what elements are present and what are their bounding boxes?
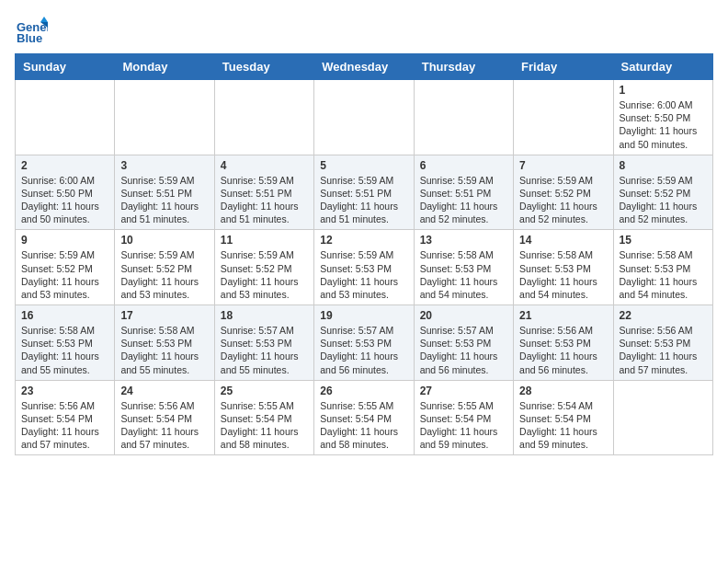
weekday-header-saturday: Saturday bbox=[613, 54, 712, 80]
day-number: 12 bbox=[320, 234, 407, 247]
day-number: 15 bbox=[620, 234, 707, 247]
day-info: Sunrise: 5:59 AM Sunset: 5:53 PM Dayligh… bbox=[320, 248, 407, 301]
day-number: 9 bbox=[21, 234, 108, 247]
weekday-header-thursday: Thursday bbox=[414, 54, 513, 80]
day-number: 8 bbox=[620, 159, 707, 172]
calendar-cell: 26Sunrise: 5:55 AM Sunset: 5:54 PM Dayli… bbox=[314, 380, 414, 455]
day-info: Sunrise: 5:58 AM Sunset: 5:53 PM Dayligh… bbox=[620, 248, 707, 301]
calendar-cell bbox=[414, 80, 513, 155]
day-info: Sunrise: 5:56 AM Sunset: 5:54 PM Dayligh… bbox=[21, 399, 108, 452]
day-info: Sunrise: 5:59 AM Sunset: 5:51 PM Dayligh… bbox=[120, 174, 208, 226]
calendar-cell: 24Sunrise: 5:56 AM Sunset: 5:54 PM Dayli… bbox=[115, 380, 214, 455]
svg-marker-2 bbox=[40, 17, 48, 22]
calendar-cell: 14Sunrise: 5:58 AM Sunset: 5:53 PM Dayli… bbox=[514, 230, 613, 305]
day-info: Sunrise: 5:58 AM Sunset: 5:53 PM Dayligh… bbox=[120, 324, 208, 376]
calendar-cell bbox=[613, 380, 712, 455]
calendar-cell: 10Sunrise: 5:59 AM Sunset: 5:52 PM Dayli… bbox=[115, 230, 214, 305]
logo-icon: General Blue bbox=[15, 15, 48, 48]
day-info: Sunrise: 5:59 AM Sunset: 5:51 PM Dayligh… bbox=[221, 174, 308, 226]
calendar-cell: 6Sunrise: 5:59 AM Sunset: 5:51 PM Daylig… bbox=[414, 155, 513, 230]
day-number: 28 bbox=[519, 385, 607, 397]
day-info: Sunrise: 5:58 AM Sunset: 5:53 PM Dayligh… bbox=[420, 248, 507, 301]
calendar-cell: 22Sunrise: 5:56 AM Sunset: 5:53 PM Dayli… bbox=[613, 305, 712, 381]
day-info: Sunrise: 5:59 AM Sunset: 5:51 PM Dayligh… bbox=[420, 174, 507, 226]
weekday-header-tuesday: Tuesday bbox=[214, 54, 313, 80]
calendar-header-row: SundayMondayTuesdayWednesdayThursdayFrid… bbox=[16, 54, 713, 80]
logo: General Blue bbox=[15, 15, 48, 48]
weekday-header-wednesday: Wednesday bbox=[314, 54, 414, 80]
day-info: Sunrise: 6:00 AM Sunset: 5:50 PM Dayligh… bbox=[21, 174, 108, 226]
weekday-header-friday: Friday bbox=[514, 54, 613, 80]
calendar-cell: 25Sunrise: 5:55 AM Sunset: 5:54 PM Dayli… bbox=[214, 380, 313, 455]
calendar-cell: 1Sunrise: 6:00 AM Sunset: 5:50 PM Daylig… bbox=[613, 80, 712, 155]
day-number: 2 bbox=[21, 159, 108, 172]
day-number: 3 bbox=[120, 159, 208, 172]
calendar-cell: 12Sunrise: 5:59 AM Sunset: 5:53 PM Dayli… bbox=[314, 230, 414, 305]
day-number: 25 bbox=[221, 385, 308, 397]
calendar-week-2: 2Sunrise: 6:00 AM Sunset: 5:50 PM Daylig… bbox=[16, 155, 713, 230]
calendar-cell: 28Sunrise: 5:54 AM Sunset: 5:54 PM Dayli… bbox=[514, 380, 613, 455]
day-info: Sunrise: 5:55 AM Sunset: 5:54 PM Dayligh… bbox=[420, 399, 507, 452]
day-number: 20 bbox=[420, 309, 507, 322]
day-number: 27 bbox=[420, 385, 507, 397]
day-number: 6 bbox=[420, 159, 507, 172]
calendar-cell: 18Sunrise: 5:57 AM Sunset: 5:53 PM Dayli… bbox=[214, 305, 313, 381]
calendar-cell: 4Sunrise: 5:59 AM Sunset: 5:51 PM Daylig… bbox=[214, 155, 313, 230]
calendar-cell: 3Sunrise: 5:59 AM Sunset: 5:51 PM Daylig… bbox=[115, 155, 214, 230]
calendar-week-4: 16Sunrise: 5:58 AM Sunset: 5:53 PM Dayli… bbox=[16, 305, 713, 381]
day-info: Sunrise: 5:59 AM Sunset: 5:51 PM Dayligh… bbox=[320, 174, 407, 226]
calendar-cell: 13Sunrise: 5:58 AM Sunset: 5:53 PM Dayli… bbox=[414, 230, 513, 305]
calendar-cell: 9Sunrise: 5:59 AM Sunset: 5:52 PM Daylig… bbox=[16, 230, 115, 305]
day-number: 26 bbox=[320, 385, 407, 397]
day-number: 17 bbox=[120, 309, 208, 322]
day-number: 18 bbox=[221, 309, 308, 322]
day-info: Sunrise: 5:55 AM Sunset: 5:54 PM Dayligh… bbox=[221, 399, 308, 452]
day-number: 4 bbox=[221, 159, 308, 172]
day-number: 19 bbox=[320, 309, 407, 322]
day-number: 11 bbox=[221, 234, 308, 247]
day-number: 5 bbox=[320, 159, 407, 172]
day-number: 13 bbox=[420, 234, 507, 247]
day-info: Sunrise: 5:58 AM Sunset: 5:53 PM Dayligh… bbox=[519, 248, 607, 301]
svg-text:Blue: Blue bbox=[17, 31, 42, 45]
day-info: Sunrise: 6:00 AM Sunset: 5:50 PM Dayligh… bbox=[620, 98, 707, 151]
day-info: Sunrise: 5:57 AM Sunset: 5:53 PM Dayligh… bbox=[320, 324, 407, 376]
calendar-cell: 2Sunrise: 6:00 AM Sunset: 5:50 PM Daylig… bbox=[16, 155, 115, 230]
day-info: Sunrise: 5:59 AM Sunset: 5:52 PM Dayligh… bbox=[221, 248, 308, 301]
day-info: Sunrise: 5:57 AM Sunset: 5:53 PM Dayligh… bbox=[420, 324, 507, 376]
calendar-cell bbox=[16, 80, 115, 155]
calendar-cell: 21Sunrise: 5:56 AM Sunset: 5:53 PM Dayli… bbox=[514, 305, 613, 381]
calendar-cell: 17Sunrise: 5:58 AM Sunset: 5:53 PM Dayli… bbox=[115, 305, 214, 381]
calendar-week-1: 1Sunrise: 6:00 AM Sunset: 5:50 PM Daylig… bbox=[16, 80, 713, 155]
calendar-cell: 11Sunrise: 5:59 AM Sunset: 5:52 PM Dayli… bbox=[214, 230, 313, 305]
day-info: Sunrise: 5:59 AM Sunset: 5:52 PM Dayligh… bbox=[120, 248, 208, 301]
calendar-cell: 16Sunrise: 5:58 AM Sunset: 5:53 PM Dayli… bbox=[16, 305, 115, 381]
calendar-cell: 15Sunrise: 5:58 AM Sunset: 5:53 PM Dayli… bbox=[613, 230, 712, 305]
day-info: Sunrise: 5:56 AM Sunset: 5:53 PM Dayligh… bbox=[620, 324, 707, 376]
calendar-cell: 7Sunrise: 5:59 AM Sunset: 5:52 PM Daylig… bbox=[514, 155, 613, 230]
day-number: 23 bbox=[21, 385, 108, 397]
day-number: 14 bbox=[519, 234, 607, 247]
calendar-cell: 8Sunrise: 5:59 AM Sunset: 5:52 PM Daylig… bbox=[613, 155, 712, 230]
day-number: 7 bbox=[519, 159, 607, 172]
day-number: 10 bbox=[120, 234, 208, 247]
day-info: Sunrise: 5:58 AM Sunset: 5:53 PM Dayligh… bbox=[21, 324, 108, 376]
calendar-cell: 20Sunrise: 5:57 AM Sunset: 5:53 PM Dayli… bbox=[414, 305, 513, 381]
day-info: Sunrise: 5:54 AM Sunset: 5:54 PM Dayligh… bbox=[519, 399, 607, 452]
weekday-header-sunday: Sunday bbox=[16, 54, 115, 80]
calendar-cell bbox=[214, 80, 313, 155]
calendar-cell bbox=[115, 80, 214, 155]
calendar-cell: 5Sunrise: 5:59 AM Sunset: 5:51 PM Daylig… bbox=[314, 155, 414, 230]
day-info: Sunrise: 5:59 AM Sunset: 5:52 PM Dayligh… bbox=[21, 248, 108, 301]
calendar-cell: 27Sunrise: 5:55 AM Sunset: 5:54 PM Dayli… bbox=[414, 380, 513, 455]
day-info: Sunrise: 5:56 AM Sunset: 5:53 PM Dayligh… bbox=[519, 324, 607, 376]
calendar-week-3: 9Sunrise: 5:59 AM Sunset: 5:52 PM Daylig… bbox=[16, 230, 713, 305]
day-number: 24 bbox=[120, 385, 208, 397]
day-number: 22 bbox=[620, 309, 707, 322]
day-info: Sunrise: 5:55 AM Sunset: 5:54 PM Dayligh… bbox=[320, 399, 407, 452]
day-number: 16 bbox=[21, 309, 108, 322]
calendar-week-5: 23Sunrise: 5:56 AM Sunset: 5:54 PM Dayli… bbox=[16, 380, 713, 455]
day-info: Sunrise: 5:59 AM Sunset: 5:52 PM Dayligh… bbox=[620, 174, 707, 226]
day-info: Sunrise: 5:57 AM Sunset: 5:53 PM Dayligh… bbox=[221, 324, 308, 376]
day-info: Sunrise: 5:56 AM Sunset: 5:54 PM Dayligh… bbox=[120, 399, 208, 452]
